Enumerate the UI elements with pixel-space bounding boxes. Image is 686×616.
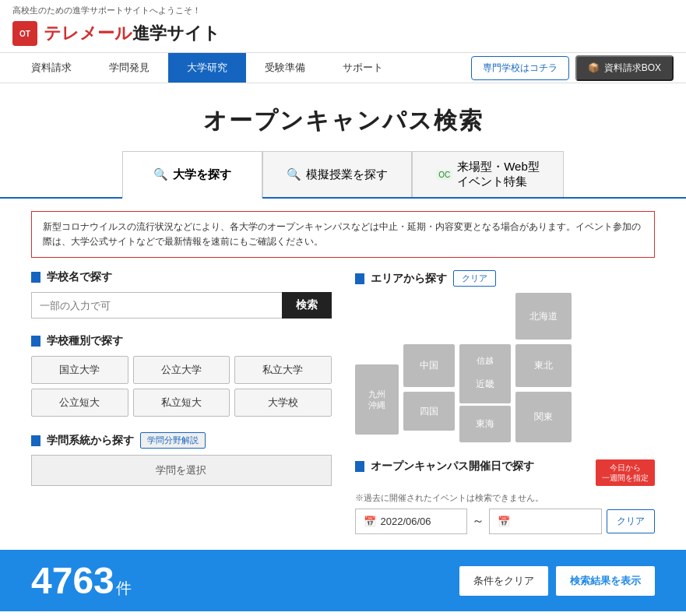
oc-icon: OC	[436, 170, 452, 180]
tab-mogi[interactable]: 🔍 模擬授業を探す	[262, 151, 412, 197]
area-section: エリアから探す クリア 北海道 東北 関東 信越北陸	[355, 270, 656, 449]
school-name-title: 学校名で探す	[31, 270, 332, 284]
area-title: エリアから探す	[355, 272, 447, 286]
area-btn-kanto[interactable]: 関東	[515, 392, 572, 442]
area-header: エリアから探す クリア	[355, 270, 656, 287]
nav-item-daigaku[interactable]: 大学研究	[168, 53, 246, 83]
nav-item-gakumon[interactable]: 学問発見	[90, 53, 168, 83]
area-btn-chugoku[interactable]: 中国	[403, 344, 455, 387]
left-panel: 学校名で探す 検索 学校種別で探す 国立大学 公立大学 私立大学 公立短大 私立…	[31, 270, 355, 534]
date-section: オープンキャンパス開催日で探す 今日から 一週間を指定 ※過去に開催されたイベン…	[355, 459, 656, 534]
date-to-input[interactable]: 📅	[489, 509, 602, 534]
type-btn-1[interactable]: 公立大学	[133, 356, 230, 384]
area-label: エリアから探す	[371, 272, 447, 286]
area-btn-kyushu[interactable]: 九州沖縄	[355, 364, 399, 435]
page-title: オープンキャンパス検索	[0, 105, 686, 137]
alert-box: 新型コロナウイルスの流行状況などにより、各大学のオープンキャンパスなどは中止・延…	[31, 211, 655, 258]
type-grid: 国立大学 公立大学 私立大学 公立短大 私立短大 大学校	[31, 356, 332, 417]
gakumon-title: 学問系統から探す	[31, 434, 134, 448]
gakumon-section: 学問系統から探す 学問分野解説 学問を選択	[31, 432, 332, 486]
type-btn-0[interactable]: 国立大学	[31, 356, 128, 384]
shiryou-button[interactable]: 📦 資料請求BOX	[575, 55, 674, 81]
gakumon-select[interactable]: 学問を選択	[31, 455, 332, 486]
logo-area: OT テレメール進学サイト	[0, 18, 686, 52]
blue-bar-icon4	[355, 273, 364, 284]
right-panel: エリアから探す クリア 北海道 東北 関東 信越北陸	[355, 270, 656, 534]
nav-item-support[interactable]: サポート	[324, 53, 402, 83]
calendar-icon-to: 📅	[498, 516, 510, 527]
school-name-row: 検索	[31, 292, 332, 319]
date-from-value: 2022/06/06	[381, 516, 431, 527]
date-note: ※過去に開催されたイベントは検索できません。	[355, 492, 656, 504]
date-header: オープンキャンパス開催日で探す 今日から 一週間を指定	[355, 459, 656, 486]
page-title-area: オープンキャンパス検索	[0, 83, 686, 151]
area-btn-tokai[interactable]: 東海	[459, 406, 511, 442]
tab-label-1: 模擬授業を探す	[306, 167, 388, 182]
shiryou-btn-label: 資料請求BOX	[604, 62, 661, 75]
senmon-button[interactable]: 専門学校はコチラ	[471, 56, 569, 80]
area-clear-button[interactable]: クリア	[453, 270, 496, 287]
area-map: 北海道 東北 関東 信越北陸 東海	[355, 293, 573, 449]
area-btn-shikoku[interactable]: 四国	[403, 392, 455, 431]
blue-bar-icon2	[31, 336, 40, 347]
clear-conditions-button[interactable]: 条件をクリア	[459, 566, 548, 596]
count-display: 4763件	[31, 559, 459, 602]
show-results-button[interactable]: 検索結果を表示	[556, 566, 655, 596]
nav-item-juken[interactable]: 受験準備	[246, 53, 324, 83]
search-icon-tab2: 🔍	[287, 167, 301, 181]
logo-suffix: 進学サイト	[132, 23, 220, 43]
top-bar: 高校生のための進学サポートサイトへようこそ！	[0, 0, 686, 18]
type-btn-4[interactable]: 私立短大	[133, 389, 230, 417]
school-name-input[interactable]	[31, 292, 282, 319]
tabs: 🔍 大学を探す 🔍 模擬授業を探す OC 来場型・Web型イベント特集	[0, 151, 686, 199]
school-name-label: 学校名で探す	[47, 270, 112, 284]
search-area: 学校名で探す 検索 学校種別で探す 国立大学 公立大学 私立大学 公立短大 私立…	[0, 270, 686, 534]
calendar-icon-from: 📅	[364, 516, 376, 527]
date-row: 📅 2022/06/06 ～ 📅 クリア	[355, 509, 656, 534]
area-btn-tohoku[interactable]: 東北	[515, 344, 572, 387]
nav-bar: 資料請求 学問発見 大学研究 受験準備 サポート 専門学校はコチラ 📦 資料請求…	[0, 52, 686, 83]
search-icon-tab1: 🔍	[153, 167, 168, 181]
bottom-bar: 4763件 条件をクリア 検索結果を表示	[0, 550, 686, 611]
gakumon-link-button[interactable]: 学問分野解説	[140, 432, 206, 449]
logo-prefix: テレメール	[44, 23, 132, 43]
school-search-button[interactable]: 検索	[282, 292, 332, 319]
count-unit: 件	[116, 579, 132, 597]
result-count: 4763	[31, 560, 114, 601]
tilde-separator: ～	[472, 513, 484, 530]
alert-text: 新型コロナウイルスの流行状況などにより、各大学のオープンキャンパスなどは中止・延…	[43, 221, 641, 247]
topbar-text: 高校生のための進学サポートサイトへようこそ！	[12, 5, 201, 15]
school-type-title: 学校種別で探す	[31, 334, 332, 348]
bottom-buttons: 条件をクリア 検索結果を表示	[459, 566, 655, 596]
date-from-input[interactable]: 📅 2022/06/06	[355, 509, 468, 534]
area-btn-hokkaido[interactable]: 北海道	[515, 293, 572, 340]
school-type-section: 学校種別で探す 国立大学 公立大学 私立大学 公立短大 私立短大 大学校	[31, 334, 332, 417]
type-btn-2[interactable]: 私立大学	[234, 356, 332, 384]
blue-bar-icon5	[355, 461, 364, 472]
school-type-label: 学校種別で探す	[47, 334, 123, 348]
tab-label-0: 大学を探す	[173, 167, 231, 182]
tab-label-2: 来場型・Web型イベント特集	[457, 160, 540, 189]
blue-bar-icon	[31, 272, 40, 283]
date-label: オープンキャンパス開催日で探す	[371, 459, 534, 473]
box-icon: 📦	[588, 62, 600, 73]
logo-text: テレメール進学サイト	[44, 22, 220, 45]
blue-bar-icon3	[31, 435, 40, 446]
school-name-section: 学校名で探す 検索	[31, 270, 332, 319]
nav-item-shiryou[interactable]: 資料請求	[12, 53, 90, 83]
date-title: オープンキャンパス開催日で探す	[355, 459, 590, 473]
logo-icon: OT	[12, 21, 37, 46]
type-btn-3[interactable]: 公立短大	[31, 389, 128, 417]
gakumon-header: 学問系統から探す 学問分野解説	[31, 432, 332, 449]
tab-event[interactable]: OC 来場型・Web型イベント特集	[412, 151, 564, 197]
tab-daigaku[interactable]: 🔍 大学を探す	[122, 151, 262, 199]
gakumon-label: 学問系統から探す	[47, 434, 134, 448]
date-clear-button[interactable]: クリア	[607, 509, 655, 533]
logo-icon-text: OT	[19, 30, 30, 38]
today-week-button[interactable]: 今日から 一週間を指定	[596, 459, 655, 486]
area-btn-kinki[interactable]: 近畿	[459, 364, 511, 403]
type-btn-5[interactable]: 大学校	[234, 389, 332, 417]
